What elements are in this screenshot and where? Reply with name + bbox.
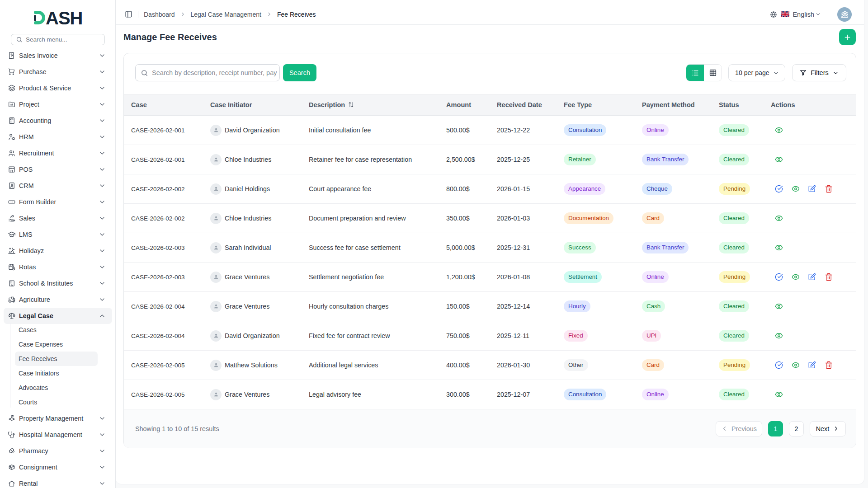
svg-text:ASH: ASH [46, 10, 82, 25]
